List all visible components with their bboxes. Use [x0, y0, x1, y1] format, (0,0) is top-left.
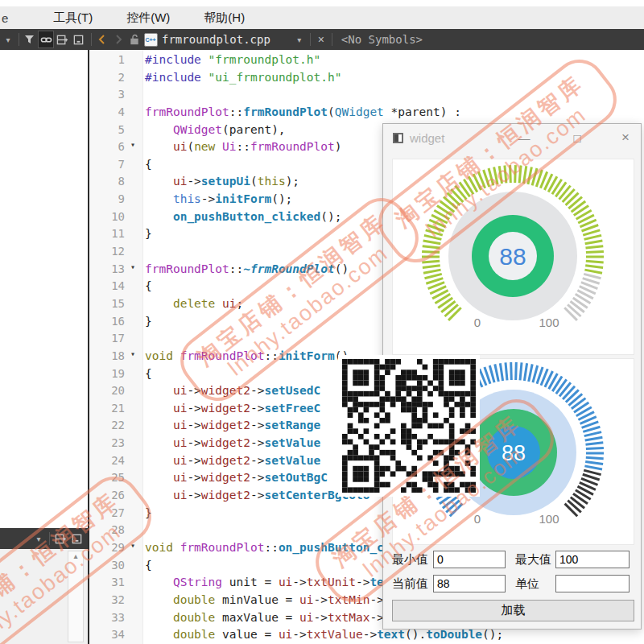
max-value-label: 最大值 [515, 550, 551, 569]
max-value-input[interactable] [555, 551, 630, 568]
minimize-button[interactable]: — [514, 129, 534, 147]
gutter-row: 20 [89, 384, 143, 402]
line-number: 3 [89, 88, 125, 105]
line-number: 10 [89, 210, 125, 228]
fold-marker [125, 332, 141, 349]
document-dropdown-icon[interactable]: ▾ [291, 31, 308, 48]
code-line: #include "frmroundplot.h" [145, 53, 644, 71]
gutter-row: 34 [89, 628, 143, 644]
current-value-input[interactable] [433, 575, 506, 592]
fold-marker[interactable]: ▾ [125, 262, 141, 280]
line-number: 4 [89, 105, 125, 123]
menu-bar: e 工具(T) 控件(W) 帮助(H) [0, 6, 644, 29]
gutter-row: 7 [89, 158, 143, 175]
separator [19, 33, 19, 46]
window-icon [393, 133, 403, 143]
svg-text:88: 88 [499, 243, 526, 270]
menu-item-controls[interactable]: 控件(W) [115, 10, 181, 26]
bottom-pane-header: ▾ [0, 528, 88, 549]
line-number: 1 [89, 53, 125, 71]
split-icon[interactable] [54, 31, 70, 48]
dropdown-icon[interactable]: ▾ [0, 31, 16, 48]
line-number: 17 [89, 332, 125, 349]
fold-marker[interactable]: ▾ [125, 140, 141, 158]
back-icon[interactable] [94, 31, 110, 48]
gutter-row: 25 [89, 471, 143, 489]
gutter-row: 28 [89, 523, 143, 541]
symbols-dropdown[interactable]: <No Symbols> [341, 33, 423, 46]
line-number: 31 [89, 576, 125, 593]
line-number: 11 [89, 227, 125, 245]
gutter-row: 3 [89, 88, 143, 105]
project-sidebar[interactable] [0, 50, 88, 528]
fold-marker [125, 559, 141, 576]
fold-marker [125, 576, 141, 593]
line-number: 15 [89, 297, 125, 315]
qr-code [338, 355, 480, 497]
line-number: 13 [89, 262, 125, 280]
fold-marker[interactable]: ▾ [125, 541, 141, 559]
separator [310, 33, 311, 46]
fold-marker [125, 53, 141, 71]
close-pane-icon[interactable] [68, 530, 85, 547]
line-number: 2 [89, 71, 125, 89]
line-number: 5 [89, 123, 125, 141]
editor-toolbar: ▾ C++ frmroundplot.cpp ▾ × <No Symbols> [0, 29, 644, 50]
gutter-row: 18▾ [89, 349, 143, 367]
gutter-row: 32 [89, 593, 143, 611]
fold-marker [125, 105, 141, 123]
gutter-row: 23 [89, 436, 143, 454]
round-gauge-green: 880100 [393, 159, 635, 356]
link-with-editor-icon[interactable] [38, 31, 54, 48]
close-document-icon[interactable]: × [313, 31, 329, 48]
current-value-label: 当前值 [392, 574, 428, 593]
line-number: 32 [89, 593, 125, 611]
gutter-row: 6▾ [89, 140, 143, 158]
split-icon[interactable] [52, 530, 68, 547]
lock-icon[interactable] [126, 31, 142, 48]
line-number: 28 [89, 523, 125, 541]
separator [49, 532, 50, 545]
line-number: 21 [89, 402, 125, 419]
menu-item-partial[interactable]: e [2, 11, 42, 25]
open-document-tab[interactable]: frmroundplot.cpp [162, 33, 270, 46]
maximize-button[interactable]: □ [568, 129, 587, 147]
fold-marker [125, 489, 141, 506]
dropdown-icon[interactable]: ▾ [31, 530, 47, 547]
fold-marker [125, 384, 141, 402]
fold-marker [125, 88, 141, 105]
filter-icon[interactable] [22, 31, 38, 48]
menu-item-tools[interactable]: 工具(T) [42, 10, 104, 26]
line-number: 34 [89, 628, 125, 644]
unit-input[interactable] [555, 575, 630, 592]
window-title-bar[interactable]: widget [383, 124, 641, 151]
fold-marker [125, 158, 141, 175]
scrollbar[interactable]: ▴ [68, 551, 84, 642]
gutter-row: 1 [89, 53, 143, 71]
close-button[interactable]: × [616, 129, 635, 147]
line-number: 7 [89, 158, 125, 175]
line-number: 29 [89, 541, 125, 559]
menu-item-help[interactable]: 帮助(H) [192, 10, 256, 26]
fold-marker [125, 402, 141, 419]
close-pane-icon[interactable] [70, 31, 86, 48]
fold-marker[interactable]: ▾ [125, 349, 141, 367]
line-number: 30 [89, 559, 125, 576]
gutter-row: 17 [89, 332, 143, 349]
gutter-row: 9 [89, 192, 143, 210]
svg-text:0: 0 [474, 316, 481, 329]
gutter-row: 19 [89, 367, 143, 385]
gutter-row: 15 [89, 297, 143, 315]
min-value-input[interactable] [433, 551, 506, 568]
fold-marker [125, 454, 141, 472]
fold-marker [125, 436, 141, 454]
gutter-row: 10 [89, 210, 143, 228]
line-number: 14 [89, 279, 125, 297]
forward-icon[interactable] [110, 31, 126, 48]
line-number: 6 [89, 140, 125, 158]
svg-text:100: 100 [539, 316, 559, 329]
fold-marker [125, 367, 141, 385]
line-number-gutter: 123456▾78910111213▾1415161718▾1920212223… [89, 53, 143, 644]
load-button[interactable]: 加载 [392, 600, 634, 621]
fold-marker [125, 227, 141, 245]
